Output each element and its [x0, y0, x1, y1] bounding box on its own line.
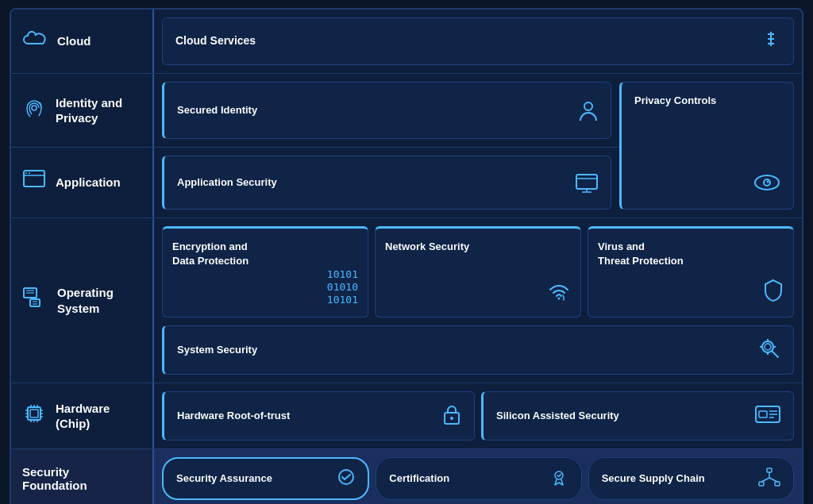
svg-line-59: [769, 478, 777, 482]
privacy-controls-card[interactable]: Privacy Controls: [619, 82, 794, 210]
svg-rect-54: [767, 468, 772, 472]
svg-point-16: [767, 181, 769, 183]
wifi-icon: [547, 282, 571, 306]
binary-icon: 101010101010101: [327, 268, 358, 306]
network-nodes-icon: [758, 467, 780, 490]
os-content: Encryption andData Protection 1010101010…: [154, 218, 802, 383]
supply-chain-card[interactable]: Secure Supply Chain: [588, 457, 794, 500]
identity-content: Secured Identity: [154, 74, 619, 147]
network-security-card[interactable]: Network Security: [375, 226, 581, 317]
svg-rect-20: [30, 299, 40, 306]
supply-chain-title: Secure Supply Chain: [602, 471, 705, 486]
application-label-text: Application: [56, 175, 121, 190]
svg-line-26: [772, 351, 778, 357]
identity-label-text: Identity and Privacy: [56, 95, 141, 126]
certification-title: Certification: [389, 471, 449, 486]
secured-identity-title: Secured Identity: [177, 103, 257, 117]
security-assurance-title: Security Assurance: [176, 471, 272, 486]
network-security-title: Network Security: [385, 240, 571, 254]
cloud-label-text: Cloud: [57, 33, 91, 49]
person-icon: [579, 100, 598, 127]
checkmark-circle-icon: [337, 468, 355, 489]
privacy-controls-title: Privacy Controls: [634, 94, 780, 108]
virus-protection-card[interactable]: Virus andThreat Protection: [588, 226, 794, 317]
svg-point-46: [450, 417, 453, 420]
encryption-title: Encryption andData Protection: [172, 240, 358, 268]
gear-search-icon: [758, 337, 780, 363]
cloud-row: Cloud Cloud Services: [11, 10, 802, 74]
tools-icon: [761, 29, 780, 53]
encryption-card[interactable]: Encryption andData Protection 1010101010…: [162, 226, 368, 317]
svg-point-23: [558, 298, 561, 300]
cloud-content: Cloud Services: [154, 10, 802, 73]
security-assurance-card[interactable]: Security Assurance: [162, 457, 369, 500]
system-security-card[interactable]: System Security: [162, 325, 794, 375]
hardware-content: Hardware Root-of-trust Silicon Assisted …: [154, 383, 802, 448]
security-diagram: Cloud Cloud Services: [10, 8, 803, 504]
hardware-label-text: Hardware(Chip): [56, 401, 110, 432]
svg-point-5: [584, 102, 592, 110]
cloud-label: Cloud: [11, 10, 154, 73]
eye-icon: [753, 172, 780, 198]
system-security-title: System Security: [177, 343, 257, 357]
svg-point-4: [32, 106, 37, 110]
svg-rect-48: [759, 411, 767, 417]
app-security-card[interactable]: Application Security: [162, 156, 611, 210]
hardware-row: Hardware(Chip) Hardware Root-of-trust Si…: [11, 383, 802, 449]
svg-point-9: [29, 172, 30, 174]
application-content: Application Security: [154, 148, 619, 217]
identity-row: Identity and Privacy Secured Identity: [11, 74, 619, 148]
svg-rect-55: [759, 482, 764, 486]
cloud-icon: [22, 29, 48, 54]
os-label-text: Operating System: [57, 285, 141, 316]
os-bottom-card: System Security: [154, 321, 802, 383]
svg-line-58: [761, 478, 769, 482]
hardware-label: Hardware(Chip): [11, 383, 154, 448]
silicon-security-card[interactable]: Silicon Assisted Security: [481, 391, 794, 441]
app-security-title: Application Security: [177, 175, 277, 190]
foundation-row: SecurityFoundation Security Assurance Ce…: [11, 449, 802, 504]
certification-card[interactable]: Certification: [376, 457, 581, 500]
secured-identity-card[interactable]: Secured Identity: [162, 82, 611, 139]
lock-icon: [442, 403, 461, 429]
svg-rect-32: [30, 410, 38, 417]
application-label: Application: [11, 148, 154, 217]
hardware-root-card[interactable]: Hardware Root-of-trust: [162, 391, 475, 441]
os-label: Operating System: [11, 218, 154, 383]
svg-point-25: [765, 344, 771, 350]
cloud-services-card[interactable]: Cloud Services: [162, 17, 794, 65]
foundation-label: SecurityFoundation: [11, 449, 154, 504]
hardware-root-title: Hardware Root-of-trust: [177, 409, 290, 423]
identity-label: Identity and Privacy: [11, 74, 154, 147]
shield-icon: [763, 279, 784, 306]
foundation-label-text: SecurityFoundation: [22, 465, 87, 492]
foundation-content: Security Assurance Certification: [154, 449, 802, 504]
chip-icon: [22, 402, 46, 431]
card-chip-icon: [755, 404, 780, 428]
browser-icon: [576, 174, 598, 198]
app-icon: [22, 169, 46, 197]
cloud-services-title: Cloud Services: [175, 33, 256, 49]
identity-app-left: Identity and Privacy Secured Identity: [11, 74, 619, 217]
application-row: Application Application Security: [11, 148, 619, 217]
os-icon: [22, 287, 48, 314]
fingerprint-icon: [22, 96, 46, 125]
os-row: Operating System Encryption andData Prot…: [11, 218, 802, 383]
svg-rect-10: [576, 175, 597, 189]
svg-rect-56: [775, 482, 780, 486]
virus-protection-title: Virus andThreat Protection: [598, 240, 784, 268]
silicon-security-title: Silicon Assisted Security: [496, 409, 619, 423]
svg-point-8: [25, 172, 27, 174]
certificate-icon: [549, 467, 568, 490]
os-top-cards: Encryption andData Protection 1010101010…: [154, 218, 802, 321]
identity-app-section: Identity and Privacy Secured Identity: [11, 74, 802, 218]
